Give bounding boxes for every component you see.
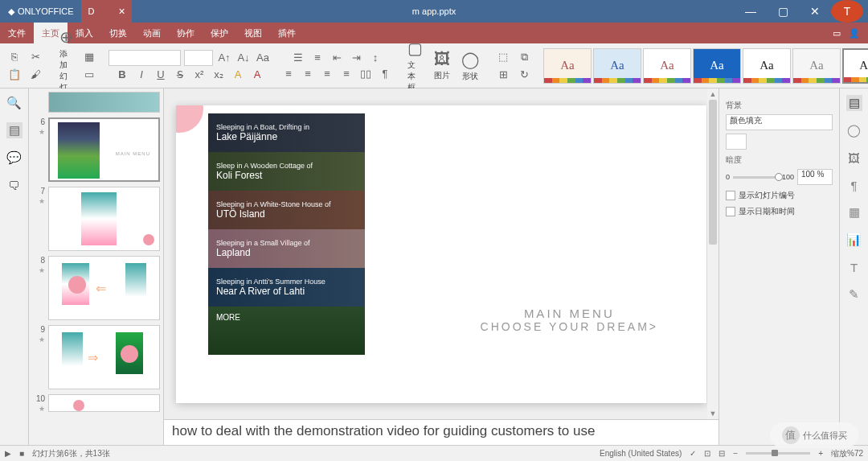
menu-view[interactable]: 视图 bbox=[236, 23, 270, 43]
rotate-button[interactable]: ↻ bbox=[516, 68, 532, 82]
app-screen-mockup[interactable]: Sleeping in A Boat, Drifting inLake Päij… bbox=[208, 113, 365, 355]
cut-button[interactable]: ✂ bbox=[27, 50, 43, 64]
subscript-button[interactable]: x₂ bbox=[211, 68, 227, 82]
font-family-select[interactable] bbox=[108, 50, 181, 66]
chart-settings-icon[interactable]: 📊 bbox=[846, 232, 862, 248]
share-icon[interactable]: 👤 bbox=[849, 28, 860, 39]
italic-button[interactable]: I bbox=[133, 68, 149, 82]
zoom-knob[interactable] bbox=[772, 450, 778, 456]
strike-button[interactable]: S̶ bbox=[172, 68, 188, 82]
image-settings-icon[interactable]: 🖼 bbox=[846, 150, 862, 166]
superscript-button[interactable]: x² bbox=[191, 68, 207, 82]
maximize-button[interactable]: ▢ bbox=[767, 0, 799, 23]
close-window-button[interactable]: ✕ bbox=[799, 0, 831, 23]
zoom-in-button[interactable]: + bbox=[818, 449, 823, 458]
scroll-handle[interactable] bbox=[709, 100, 717, 245]
highlight-button[interactable]: A bbox=[230, 68, 246, 82]
menu-animation[interactable]: 动画 bbox=[135, 23, 169, 43]
group-button[interactable]: ⧉ bbox=[516, 50, 532, 64]
zoom-out-button[interactable]: − bbox=[733, 449, 738, 458]
theme-option[interactable]: Aa bbox=[543, 48, 592, 84]
play-icon[interactable]: ▶ bbox=[5, 449, 11, 458]
paragraph-settings-icon[interactable]: ¶ bbox=[846, 177, 862, 193]
signature-settings-icon[interactable]: ✎ bbox=[846, 286, 862, 303]
present-icon[interactable]: ▭ bbox=[833, 28, 841, 39]
decrease-indent-button[interactable]: ⇤ bbox=[329, 51, 345, 65]
fit-page-icon[interactable]: ⊡ bbox=[704, 449, 710, 458]
menu-protect[interactable]: 保护 bbox=[203, 23, 236, 43]
show-datetime-checkbox[interactable]: 显示日期和时间 bbox=[726, 206, 833, 217]
align-center-button[interactable]: ≡ bbox=[300, 67, 316, 81]
decrease-font-button[interactable]: A↓ bbox=[235, 51, 252, 65]
align-justify-button[interactable]: ≡ bbox=[338, 67, 354, 81]
slide-settings-icon[interactable]: ▤ bbox=[846, 95, 862, 111]
format-painter-button[interactable]: 🖌 bbox=[27, 68, 43, 82]
slider-knob[interactable] bbox=[775, 173, 783, 181]
theme-option[interactable]: Aa bbox=[643, 48, 691, 84]
language-label[interactable]: English (United States) bbox=[600, 449, 682, 458]
copy-button[interactable]: ⎘ bbox=[6, 50, 23, 64]
textbox-button[interactable]: ▢文本框 bbox=[403, 37, 428, 95]
stop-icon[interactable]: ■ bbox=[19, 449, 24, 458]
menu-file[interactable]: 文件 bbox=[0, 23, 34, 43]
columns-button[interactable]: ▯▯ bbox=[358, 67, 374, 81]
pink-circle-shape[interactable] bbox=[176, 105, 203, 133]
minimize-button[interactable]: — bbox=[735, 0, 767, 23]
theme-option[interactable]: Aa bbox=[792, 48, 841, 84]
table-settings-icon[interactable]: ▦ bbox=[846, 204, 862, 220]
change-case-button[interactable]: Aa bbox=[255, 51, 271, 65]
paste-button[interactable]: 📋 bbox=[6, 68, 23, 82]
underline-button[interactable]: U bbox=[153, 68, 169, 82]
text-direction-button[interactable]: ¶ bbox=[377, 67, 393, 81]
scroll-down-icon[interactable]: ▼ bbox=[707, 408, 719, 419]
thumbnail-8[interactable]: 8★ ⇐ bbox=[32, 256, 160, 320]
chat-icon[interactable]: 🗨 bbox=[6, 177, 23, 193]
textart-settings-icon[interactable]: T bbox=[846, 259, 862, 275]
app-list-item[interactable]: Sleeping in Antti's Summer HouseNear A R… bbox=[208, 268, 365, 307]
font-size-select[interactable] bbox=[184, 50, 213, 66]
numbering-button[interactable]: ≡ bbox=[309, 51, 326, 65]
search-icon[interactable]: 🔍 bbox=[6, 95, 23, 111]
bullets-button[interactable]: ☰ bbox=[290, 51, 306, 65]
fit-width-icon[interactable]: ⊟ bbox=[719, 449, 725, 458]
thumbnail-7[interactable]: 7★ bbox=[32, 187, 160, 251]
opacity-slider[interactable] bbox=[733, 176, 779, 179]
spellcheck-icon[interactable]: ✓ bbox=[690, 449, 696, 458]
app-list-item[interactable]: Sleeping in A Boat, Drifting inLake Päij… bbox=[208, 113, 365, 152]
image-button[interactable]: 🖼图片 bbox=[429, 48, 455, 83]
zoom-label[interactable]: 缩放%72 bbox=[831, 448, 863, 459]
current-slide[interactable]: Sleeping in A Boat, Drifting inLake Päij… bbox=[176, 105, 706, 403]
bold-button[interactable]: B bbox=[114, 68, 130, 82]
increase-indent-button[interactable]: ⇥ bbox=[348, 51, 364, 65]
menu-collab[interactable]: 协作 bbox=[169, 23, 203, 43]
menu-transition[interactable]: 切换 bbox=[101, 23, 135, 43]
more-item[interactable]: MORE bbox=[208, 307, 365, 355]
arrange-button[interactable]: ⬚ bbox=[495, 50, 511, 64]
color-picker[interactable] bbox=[726, 134, 747, 150]
user-avatar[interactable]: T bbox=[831, 0, 863, 23]
layout-button[interactable]: ▦ bbox=[81, 50, 97, 64]
theme-option[interactable]: Aa bbox=[743, 48, 791, 84]
thumbnail-10[interactable]: 10★ bbox=[32, 394, 160, 413]
menu-plugins[interactable]: 插件 bbox=[270, 23, 304, 43]
scroll-up-icon[interactable]: ▲ bbox=[707, 88, 719, 100]
document-tab[interactable]: D × bbox=[81, 0, 131, 23]
theme-option[interactable]: Aa bbox=[693, 48, 741, 84]
reset-button[interactable]: ▭ bbox=[81, 68, 97, 82]
shape-button[interactable]: ◯形状 bbox=[457, 48, 484, 84]
increase-font-button[interactable]: A↑ bbox=[216, 51, 232, 65]
align-left-button[interactable]: ≡ bbox=[280, 67, 297, 81]
shape-settings-icon[interactable]: ◯ bbox=[846, 122, 862, 138]
thumbnail-6[interactable]: 6★ MAIN MENU bbox=[32, 117, 160, 182]
zoom-slider[interactable] bbox=[746, 452, 810, 455]
thumbnail-9[interactable]: 9★ ⇒ bbox=[32, 325, 160, 389]
opacity-input[interactable]: 100 % bbox=[797, 169, 833, 185]
theme-gallery[interactable]: AaAaAaAaAaAaAa bbox=[543, 48, 868, 84]
theme-option[interactable]: Aa bbox=[593, 48, 641, 84]
slide-thumbnails[interactable]: 6★ MAIN MENU 7★ 8★ ⇐ 9★ bbox=[29, 88, 164, 445]
close-tab-icon[interactable]: × bbox=[118, 5, 125, 18]
app-list-item[interactable]: Sleeping in A White-Stone House ofUTÖ Is… bbox=[208, 191, 365, 229]
vertical-scrollbar[interactable]: ▲ ▼ bbox=[707, 88, 719, 419]
speaker-notes[interactable]: how to deal with the demonstration video… bbox=[164, 419, 719, 445]
show-slide-number-checkbox[interactable]: 显示幻灯片编号 bbox=[726, 190, 833, 201]
